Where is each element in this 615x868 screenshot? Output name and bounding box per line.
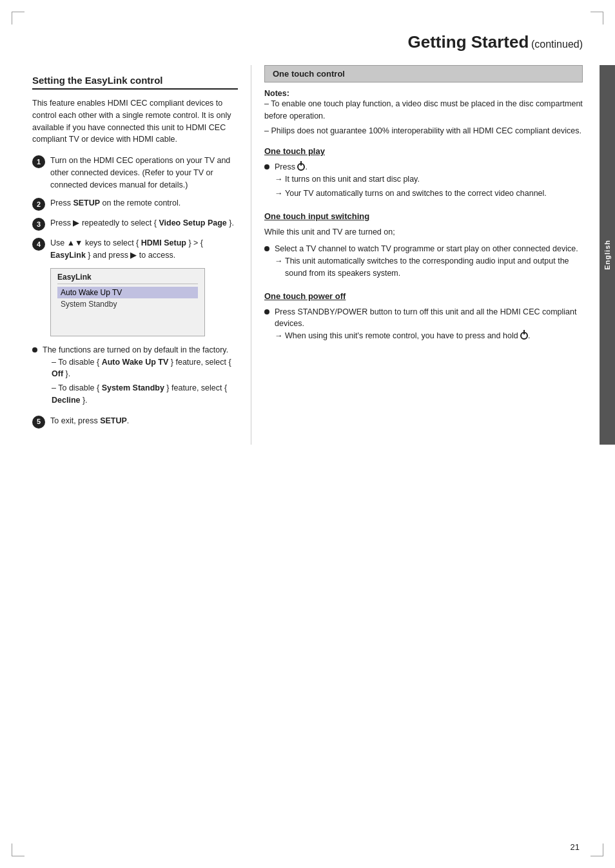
sub-bullet-2: To disable { System Standby } feature, s… <box>52 382 238 407</box>
page-title: Getting Started <box>408 32 529 52</box>
power-icon-1 <box>297 163 305 171</box>
one-touch-play-arrow-2: Your TV automatically turns on and switc… <box>275 188 583 200</box>
one-touch-input-section: One touch input switching While this uni… <box>264 211 583 282</box>
one-touch-input-subheading: While this unit and TV are turned on; <box>264 226 583 238</box>
one-touch-power-dot <box>264 309 269 314</box>
one-touch-input-dot <box>264 246 269 251</box>
english-label: English <box>603 240 611 270</box>
one-touch-play-bullet: Press . It turns on this unit and start … <box>264 161 583 201</box>
step-5-text: To exit, press SETUP. <box>50 415 238 427</box>
bullet-section: The functions are turned on by default i… <box>32 344 238 409</box>
bullet-item-1: The functions are turned on by default i… <box>32 344 238 409</box>
one-touch-play-heading: One touch play <box>264 146 583 156</box>
page-title-continued: (continued) <box>531 39 583 50</box>
step-5: 5 To exit, press SETUP. <box>32 415 238 429</box>
step-number-5: 5 <box>32 416 45 429</box>
left-column: Setting the EasyLink control This featur… <box>0 65 251 445</box>
page-title-area: Getting Started (continued) <box>0 26 615 65</box>
sub-bullet-1: To disable { Auto Wake Up TV } feature, … <box>52 356 238 381</box>
step-number-2: 2 <box>32 198 45 211</box>
step-2-text: Press SETUP on the remote control. <box>50 197 238 209</box>
one-touch-input-heading: One touch input switching <box>264 211 583 221</box>
corner-tl <box>12 12 24 24</box>
power-icon-2 <box>520 332 528 340</box>
one-touch-power-heading: One touch power off <box>264 291 583 301</box>
intro-text: This feature enables HDMI CEC compliant … <box>32 97 238 146</box>
step-4-text: Use ▲▼ keys to select { HDMI Setup } > {… <box>50 237 238 262</box>
main-layout: Setting the EasyLink control This featur… <box>0 65 615 445</box>
step-number-3: 3 <box>32 218 45 231</box>
bullet-text-1: The functions are turned on by default i… <box>43 344 238 409</box>
step-3-text: Press ▶ repeatedly to select { Video Set… <box>50 217 238 229</box>
step-3: 3 Press ▶ repeatedly to select { Video S… <box>32 217 238 231</box>
one-touch-power-text: Press STANDBY/POWER button to turn off t… <box>275 306 583 344</box>
notes-item-2: Philips does not guarantee 100% interope… <box>264 125 583 137</box>
notes-item-1: To enable one touch play function, a vid… <box>264 98 583 122</box>
right-column: One touch control Notes: To enable one t… <box>251 65 615 445</box>
one-touch-play-text: Press . It turns on this unit and start … <box>275 161 583 201</box>
step-2: 2 Press SETUP on the remote control. <box>32 197 238 211</box>
section-heading: Setting the EasyLink control <box>32 75 238 90</box>
corner-bl <box>12 844 24 856</box>
notes-section: Notes: To enable one touch play function… <box>264 89 583 137</box>
one-touch-input-text: Select a TV channel to watch TV programm… <box>275 243 583 281</box>
page-container: Getting Started (continued) Setting the … <box>0 0 615 868</box>
one-touch-play-arrow-1: It turns on this unit and start disc pla… <box>275 173 583 186</box>
one-touch-play-dot <box>264 164 269 169</box>
screenshot-box: EasyLink Auto Wake Up TV System Standby <box>50 268 205 336</box>
step-4: 4 Use ▲▼ keys to select { HDMI Setup } >… <box>32 237 238 262</box>
bullet-dot-1 <box>32 347 37 352</box>
corner-tr <box>591 12 603 24</box>
english-sidebar: English <box>600 65 615 445</box>
page-number: 21 <box>571 842 580 852</box>
step-number-4: 4 <box>32 238 45 251</box>
screenshot-box-item-1: Auto Wake Up TV <box>57 287 198 298</box>
one-touch-input-arrow-1: This unit automatically switches to the … <box>275 255 583 280</box>
notes-label: Notes: <box>264 89 583 98</box>
one-touch-input-bullet: Select a TV channel to watch TV programm… <box>264 243 583 281</box>
one-touch-header: One touch control <box>264 65 583 82</box>
one-touch-power-bullet: Press STANDBY/POWER button to turn off t… <box>264 306 583 344</box>
step-1: 1 Turn on the HDMI CEC operations on you… <box>32 155 238 191</box>
step-number-1: 1 <box>32 155 45 168</box>
step-1-text: Turn on the HDMI CEC operations on your … <box>50 155 238 191</box>
corner-br <box>591 844 603 856</box>
one-touch-power-arrow-1: When using this unit's remote control, y… <box>275 330 583 342</box>
screenshot-box-item-2: System Standby <box>57 298 198 310</box>
screenshot-box-title: EasyLink <box>57 273 198 284</box>
one-touch-play-section: One touch play Press . It turns on this … <box>264 146 583 201</box>
one-touch-power-section: One touch power off Press STANDBY/POWER … <box>264 291 583 344</box>
